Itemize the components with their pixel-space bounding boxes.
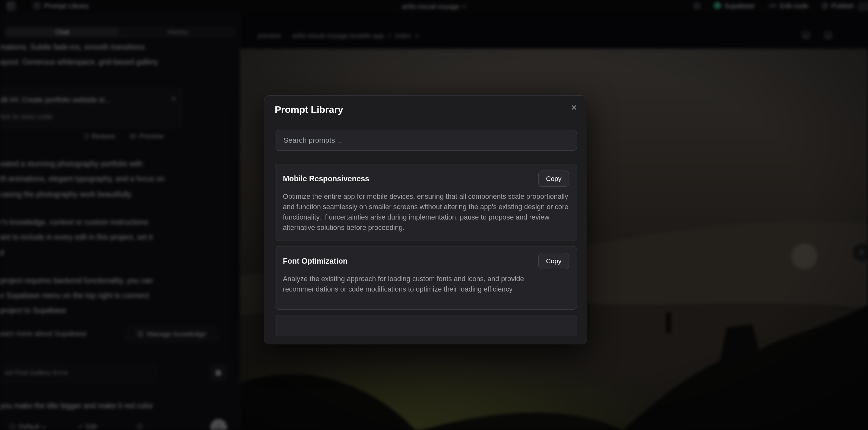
prompt-title: Mobile Responsiveness xyxy=(283,175,369,183)
prompt-title: Font Optimization xyxy=(283,257,348,266)
prompt-card-font-optimization: Font Optimization Copy Analyze the exist… xyxy=(275,246,577,310)
search-input[interactable] xyxy=(283,130,569,150)
prompt-description: Optimize the entire app for mobile devic… xyxy=(283,191,569,233)
app-window: Prompt Library artfo-visual-voyage Supab… xyxy=(0,0,868,430)
prompt-description: Analyze the existing approach for loadin… xyxy=(283,274,569,295)
close-icon[interactable]: × xyxy=(571,102,577,113)
prompt-list: Mobile Responsiveness Copy Optimize the … xyxy=(275,164,577,336)
search-box xyxy=(275,130,577,151)
modal-title: Prompt Library xyxy=(275,104,343,115)
prompt-card-header: Font Optimization Copy xyxy=(283,253,569,269)
prompt-library-modal: Prompt Library × Mobile Responsiveness C… xyxy=(264,95,587,344)
copy-button[interactable]: Copy xyxy=(538,253,569,269)
copy-button[interactable]: Copy xyxy=(538,171,569,187)
prompt-card-mobile-responsiveness: Mobile Responsiveness Copy Optimize the … xyxy=(275,164,577,241)
prompt-card-header: Mobile Responsiveness Copy xyxy=(283,171,569,187)
prompt-card-partial xyxy=(275,315,577,336)
